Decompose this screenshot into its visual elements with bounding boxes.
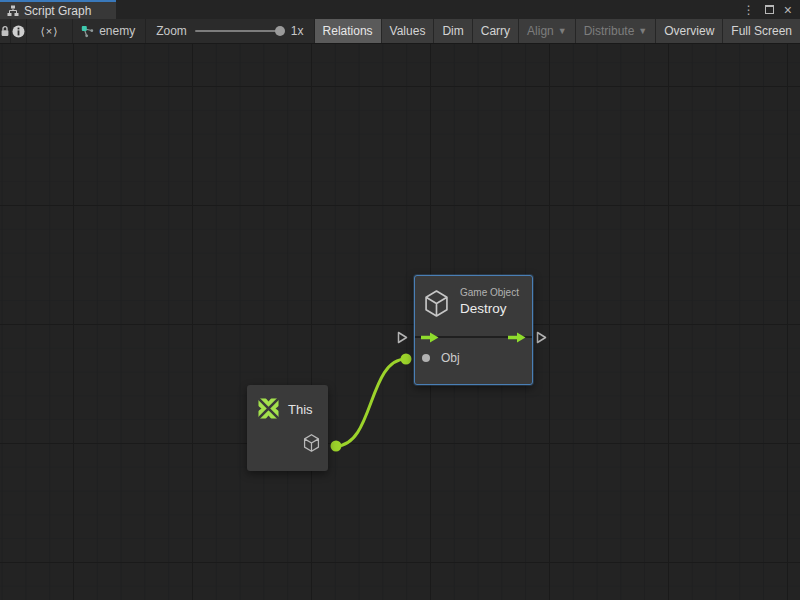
overview-button[interactable]: Overview	[656, 19, 723, 43]
code-brackets-icon: ⟨×⟩	[41, 25, 59, 38]
wire-endpoint-target	[401, 354, 412, 365]
flow-output-connector-icon[interactable]	[536, 331, 547, 344]
zoom-label: Zoom	[156, 24, 187, 38]
node-title-label: This	[288, 402, 313, 417]
script-graph-window: Script Graph ⋮ ×	[0, 0, 800, 600]
zoom-value: 1x	[291, 24, 304, 38]
lock-button[interactable]	[0, 19, 11, 43]
connection-wire[interactable]	[0, 44, 800, 600]
zoom-slider[interactable]	[195, 30, 283, 32]
padlock-icon	[0, 25, 10, 37]
node-this[interactable]: This	[247, 385, 328, 471]
title-bar: Script Graph ⋮ ×	[0, 0, 800, 19]
obj-input-port[interactable]: Obj	[422, 351, 460, 365]
node-title-label: Destroy	[460, 301, 507, 316]
chevron-down-icon: ▼	[558, 26, 567, 36]
distribute-dropdown[interactable]: Distribute▼	[576, 19, 657, 43]
maximize-icon[interactable]	[765, 5, 774, 14]
toolbar-buttons: Relations Values Dim Carry Align▼ Distri…	[315, 19, 800, 43]
tab-label: Script Graph	[24, 4, 91, 18]
port-dot-icon	[422, 354, 430, 362]
info-button[interactable]	[11, 19, 27, 43]
breadcrumb-label: enemy	[99, 24, 135, 38]
flow-input-arrow-icon[interactable]	[421, 332, 439, 343]
window-controls: ⋮ ×	[743, 0, 800, 19]
port-label: Obj	[441, 351, 460, 365]
values-toggle[interactable]: Values	[382, 19, 435, 43]
graph-canvas[interactable]: Game Object Destroy Obj	[0, 44, 800, 600]
game-object-cube-icon	[424, 289, 449, 318]
graph-toolbar: ⟨×⟩ enemy Zoom 1x Relations Values	[0, 19, 800, 44]
graph-breadcrumb[interactable]: enemy	[73, 19, 146, 43]
zoom-control: Zoom 1x	[146, 19, 313, 43]
hierarchy-icon	[7, 5, 19, 17]
script-graph-asset-icon	[81, 25, 94, 38]
relations-toggle[interactable]: Relations	[315, 19, 382, 43]
full-screen-button[interactable]: Full Screen	[723, 19, 800, 43]
game-object-output-port[interactable]	[303, 434, 320, 452]
code-preview-toggle[interactable]: ⟨×⟩	[27, 19, 73, 43]
wire-endpoint-source	[331, 441, 342, 452]
carry-toggle[interactable]: Carry	[473, 19, 519, 43]
align-dropdown[interactable]: Align▼	[519, 19, 576, 43]
zoom-slider-handle[interactable]	[275, 26, 285, 36]
close-icon[interactable]: ×	[784, 3, 792, 17]
kebab-menu-icon[interactable]: ⋮	[743, 4, 755, 16]
info-icon	[12, 25, 25, 38]
tab-script-graph[interactable]: Script Graph	[0, 0, 116, 19]
this-converge-arrows-icon	[258, 398, 279, 419]
dim-toggle[interactable]: Dim	[434, 19, 472, 43]
chevron-down-icon: ▼	[638, 26, 647, 36]
node-category-label: Game Object	[460, 287, 519, 298]
flow-input-connector-icon[interactable]	[397, 331, 408, 344]
flow-output-arrow-icon[interactable]	[508, 332, 526, 343]
node-destroy[interactable]: Game Object Destroy Obj	[414, 275, 533, 385]
